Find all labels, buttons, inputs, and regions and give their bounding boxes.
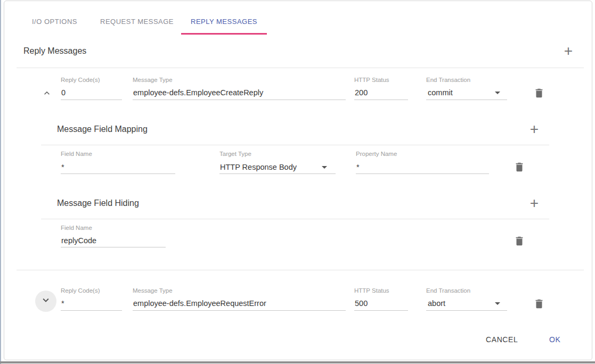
delete-reply-button[interactable] (533, 87, 545, 99)
reply-codes-label: Reply Code(s) (61, 77, 100, 83)
dropdown-arrow-icon[interactable] (322, 166, 327, 169)
field-hiding-title: Message Field Hiding (57, 198, 139, 208)
reply-codes-input[interactable]: 0 (61, 88, 66, 97)
chevron-down-icon (40, 294, 52, 308)
window-bottom-edge (0, 361, 595, 363)
delete-reply-button[interactable] (533, 298, 545, 310)
active-tab-underline (181, 33, 267, 35)
select-underline (219, 173, 336, 174)
reply-codes-input[interactable]: * (61, 299, 64, 308)
input-underline (354, 100, 408, 100)
field-name-input[interactable]: replyCode (61, 236, 96, 245)
expand-reply-button[interactable] (35, 291, 56, 312)
service-config-dialog: I/O OPTIONS REQUEST MESSAGE REPLY MESSAG… (4, 1, 592, 360)
title-divider (17, 68, 584, 68)
reply-divider (17, 270, 584, 270)
trash-icon (533, 87, 545, 99)
input-underline (133, 310, 346, 311)
input-underline (61, 173, 175, 174)
input-underline (61, 100, 122, 100)
input-underline (354, 310, 408, 311)
target-type-label: Target Type (219, 151, 251, 157)
field-name-input[interactable]: * (61, 163, 64, 171)
end-transaction-select[interactable]: commit (428, 88, 453, 97)
end-transaction-label: End Transaction (426, 77, 470, 83)
select-underline (426, 100, 507, 100)
tab-reply-messages[interactable]: REPLY MESSAGES (191, 18, 257, 26)
add-field-hiding-button[interactable]: + (526, 196, 542, 212)
page-title: Reply Messages (23, 46, 86, 56)
window-left-edge (0, 0, 1, 364)
select-underline (426, 310, 507, 311)
dropdown-arrow-icon[interactable] (495, 92, 500, 94)
http-status-label: HTTP Status (354, 77, 389, 83)
chevron-up-icon (42, 92, 52, 100)
field-name-label: Field Name (61, 225, 92, 231)
field-mapping-title: Message Field Mapping (57, 125, 148, 134)
trash-icon (533, 298, 545, 310)
message-type-input[interactable]: employee-defs.EmployeeRequestError (133, 299, 266, 308)
target-type-select[interactable]: HTTP Response Body (220, 163, 297, 171)
end-transaction-label: End Transaction (426, 287, 470, 294)
ok-button[interactable]: OK (549, 335, 560, 344)
tab-io-options[interactable]: I/O OPTIONS (32, 18, 77, 26)
message-type-label: Message Type (133, 287, 173, 294)
input-underline (133, 100, 346, 100)
message-type-input[interactable]: employee-defs.EmployeeCreateReply (133, 88, 263, 97)
input-underline (356, 173, 489, 174)
input-underline (61, 247, 166, 247)
section-divider (41, 145, 549, 145)
trash-icon (514, 161, 525, 173)
reply-codes-label: Reply Code(s) (61, 287, 100, 294)
delete-field-hiding-button[interactable] (514, 235, 525, 247)
screen: I/O OPTIONS REQUEST MESSAGE REPLY MESSAG… (0, 0, 595, 364)
http-status-input[interactable]: 200 (355, 88, 368, 97)
add-field-mapping-button[interactable]: + (526, 122, 542, 138)
add-reply-message-button[interactable]: + (560, 44, 576, 60)
input-underline (61, 310, 122, 311)
dropdown-arrow-icon[interactable] (495, 302, 500, 305)
message-type-label: Message Type (133, 77, 173, 83)
section-divider (41, 219, 549, 219)
cancel-button[interactable]: CANCEL (486, 335, 518, 344)
end-transaction-select[interactable]: abort (428, 299, 445, 308)
http-status-input[interactable]: 500 (355, 299, 368, 308)
delete-field-mapping-button[interactable] (514, 161, 525, 173)
tab-request-message[interactable]: REQUEST MESSAGE (100, 18, 174, 26)
collapse-reply-button[interactable] (40, 87, 53, 100)
http-status-label: HTTP Status (354, 287, 389, 294)
trash-icon (514, 235, 525, 247)
property-name-label: Property Name (356, 151, 397, 157)
field-name-label: Field Name (61, 151, 92, 157)
property-name-input[interactable]: * (356, 163, 360, 171)
